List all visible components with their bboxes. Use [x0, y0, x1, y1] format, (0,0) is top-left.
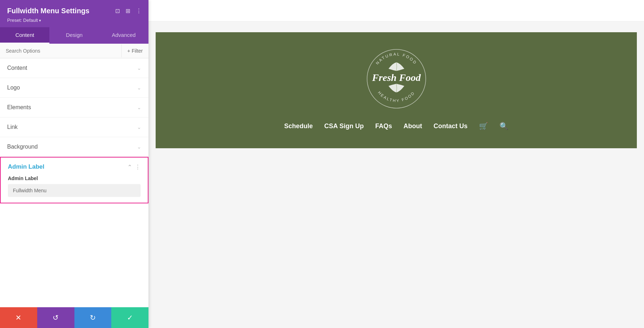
- admin-label-section: Admin Label ⌃ ⋮ Admin Label: [0, 157, 148, 203]
- admin-label-header: Admin Label ⌃ ⋮: [8, 163, 141, 170]
- panel-tabs: Content Design Advanced: [0, 27, 148, 44]
- admin-label-controls: ⌃ ⋮: [127, 164, 141, 170]
- panel-title: Fullwidth Menu Settings: [7, 7, 114, 15]
- search-icon[interactable]: 🔍: [499, 122, 508, 130]
- svg-text:Fresh Food: Fresh Food: [371, 72, 421, 83]
- nav-item-about[interactable]: About: [404, 122, 422, 130]
- tab-design[interactable]: Design: [49, 27, 99, 44]
- nav-item-csa-sign-up[interactable]: CSA Sign Up: [324, 122, 364, 130]
- nav-menu: Schedule CSA Sign Up FAQs About Contact …: [284, 122, 508, 130]
- search-input[interactable]: [0, 44, 121, 58]
- preview-content: NATURAL FOOD HEALTHY FOOD: [148, 21, 644, 328]
- admin-label-input[interactable]: [8, 184, 141, 197]
- nav-item-contact-us[interactable]: Contact Us: [434, 122, 468, 130]
- section-content[interactable]: Content ⌄: [0, 58, 148, 78]
- section-logo[interactable]: Logo ⌄: [0, 78, 148, 98]
- panel-preset[interactable]: Preset: Default: [7, 18, 143, 23]
- section-link[interactable]: Link ⌄: [0, 117, 148, 137]
- settings-panel: Fullwidth Menu Settings ⊡ ⊞ ⋮ Preset: De…: [0, 0, 148, 328]
- panel-header-icons: ⊡ ⊞ ⋮: [114, 6, 143, 15]
- nav-item-schedule[interactable]: Schedule: [284, 122, 313, 130]
- admin-label-field-label: Admin Label: [8, 175, 141, 181]
- chevron-down-icon: ⌄: [137, 105, 141, 110]
- redo-button[interactable]: ↻: [74, 307, 112, 328]
- chevron-down-icon: ⌄: [137, 144, 141, 150]
- admin-label-more-icon[interactable]: ⋮: [135, 164, 141, 170]
- chevron-down-icon: ⌄: [137, 85, 141, 91]
- expand-icon[interactable]: ⊞: [125, 6, 131, 15]
- cart-icon[interactable]: 🛒: [479, 122, 488, 130]
- panel-header: Fullwidth Menu Settings ⊡ ⊞ ⋮ Preset: De…: [0, 0, 148, 27]
- logo-svg: NATURAL FOOD HEALTHY FOOD: [364, 47, 429, 111]
- chevron-down-icon: ⌄: [137, 124, 141, 130]
- filter-button[interactable]: + Filter: [121, 44, 148, 57]
- section-elements[interactable]: Elements ⌄: [0, 98, 148, 117]
- nav-item-faqs[interactable]: FAQs: [375, 122, 392, 130]
- save-button[interactable]: ✓: [111, 307, 148, 328]
- chevron-up-icon[interactable]: ⌃: [127, 164, 132, 170]
- tab-advanced[interactable]: Advanced: [99, 27, 148, 44]
- search-bar: + Filter: [0, 44, 148, 58]
- logo-area: NATURAL FOOD HEALTHY FOOD: [364, 47, 429, 111]
- chevron-down-icon: ⌄: [137, 65, 141, 71]
- more-icon[interactable]: ⋮: [135, 6, 143, 15]
- preview-top-bar: [148, 0, 644, 21]
- website-preview: NATURAL FOOD HEALTHY FOOD: [156, 32, 637, 148]
- preview-area: NATURAL FOOD HEALTHY FOOD: [148, 0, 644, 328]
- admin-label-title: Admin Label: [8, 163, 44, 170]
- undo-button[interactable]: ↺: [37, 307, 74, 328]
- panel-sections: Content ⌄ Logo ⌄ Elements ⌄ Link ⌄ Backg…: [0, 58, 148, 307]
- tab-content[interactable]: Content: [0, 27, 49, 44]
- section-background[interactable]: Background ⌄: [0, 137, 148, 157]
- bottom-toolbar: ✕ ↺ ↻ ✓: [0, 307, 148, 328]
- focus-icon[interactable]: ⊡: [114, 6, 121, 15]
- menu-header: NATURAL FOOD HEALTHY FOOD: [156, 32, 637, 148]
- cancel-button[interactable]: ✕: [0, 307, 37, 328]
